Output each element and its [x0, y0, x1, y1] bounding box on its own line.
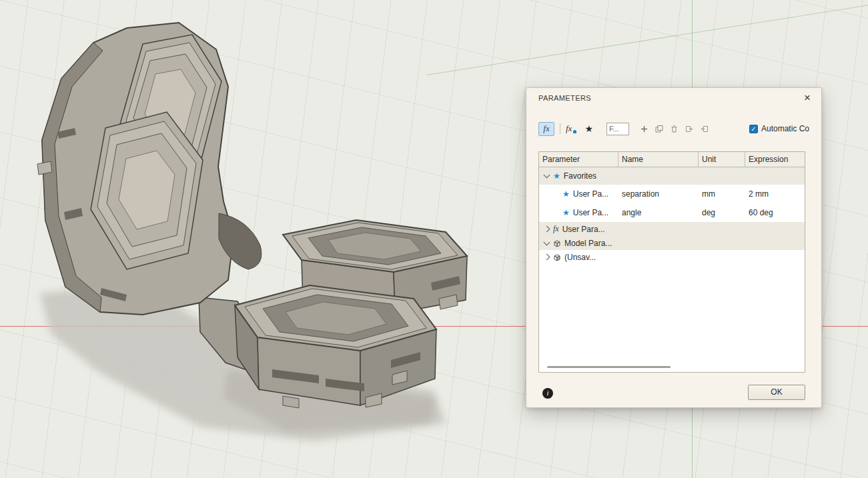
favorite-star-icon: ★: [562, 189, 570, 199]
add-parameter-icon[interactable]: [640, 125, 648, 133]
fusion-viewport[interactable]: PARAMETERS × fx fx ★: [0, 0, 868, 478]
favorite-star-icon: ★: [562, 208, 570, 217]
parameters-table: Parameter Name Unit Expression ★ Favorit…: [538, 151, 805, 373]
chevron-right-icon[interactable]: [544, 254, 550, 261]
row-label: User Pa...: [573, 208, 608, 217]
export-icon[interactable]: [685, 125, 694, 133]
row-label: Favorites: [564, 171, 596, 181]
import-icon[interactable]: [700, 125, 709, 133]
automatic-compute-checkbox[interactable]: ✓: [749, 125, 758, 133]
row-label: User Para...: [562, 225, 605, 234]
hex-tray-model: [0, 0, 507, 478]
toolbar-separator: [560, 123, 560, 134]
table-row-model-parameters[interactable]: Model Para...: [539, 236, 805, 250]
fx-glyph: fx: [566, 123, 572, 133]
table-row-unsaved[interactable]: (Unsav...: [539, 250, 805, 264]
param-name[interactable]: separation: [618, 189, 699, 199]
favorites-filter-icon[interactable]: ★: [584, 123, 593, 134]
info-icon[interactable]: i: [542, 388, 553, 399]
filter-input[interactable]: [606, 123, 629, 135]
duplicate-icon[interactable]: [655, 125, 664, 133]
param-expression[interactable]: 2 mm: [745, 189, 805, 199]
table-row-angle[interactable]: ★ User Pa... angle deg 60 deg: [539, 203, 805, 222]
column-unit[interactable]: Unit: [699, 152, 745, 167]
fx-icon: fx: [553, 224, 559, 234]
row-label: (Unsav...: [564, 253, 596, 262]
column-name[interactable]: Name: [618, 152, 699, 167]
3d-model[interactable]: [0, 0, 507, 478]
row-label: User Pa...: [573, 189, 608, 199]
param-unit: mm: [699, 189, 745, 199]
column-parameter[interactable]: Parameter: [539, 152, 618, 167]
user-parameter-tool[interactable]: fx: [566, 123, 576, 134]
dialog-title[interactable]: PARAMETERS: [538, 94, 591, 102]
row-label: Model Para...: [564, 239, 612, 248]
chevron-down-icon[interactable]: [544, 172, 550, 179]
chevron-right-icon[interactable]: [544, 226, 550, 233]
automatic-compute-label: Automatic Co: [761, 124, 809, 133]
parameters-toolbar: fx fx ★ ✓: [538, 120, 809, 137]
user-badge-icon: [573, 130, 576, 133]
column-expression[interactable]: Expression: [745, 152, 805, 167]
document-cube-icon: [553, 253, 561, 261]
table-header: Parameter Name Unit Expression: [539, 152, 805, 167]
param-name[interactable]: angle: [618, 208, 699, 217]
ok-button[interactable]: OK: [748, 385, 805, 400]
param-expression[interactable]: 60 deg: [745, 208, 805, 217]
table-row-user-parameters[interactable]: fx User Para...: [539, 222, 805, 236]
table-row-favorites[interactable]: ★ Favorites: [539, 167, 805, 185]
close-icon[interactable]: ×: [800, 91, 815, 105]
parameters-dialog: PARAMETERS × fx fx ★: [526, 87, 822, 408]
fx-parameter-tool[interactable]: fx: [538, 122, 554, 136]
param-unit: deg: [699, 208, 745, 217]
favorite-star-icon: ★: [553, 171, 560, 181]
delete-icon[interactable]: [670, 125, 679, 133]
model-cube-icon: [553, 239, 561, 247]
upright-tray: [37, 23, 262, 315]
table-row-separation[interactable]: ★ User Pa... separation mm 2 mm: [539, 185, 805, 203]
chevron-down-icon[interactable]: [544, 239, 550, 245]
horizontal-scrollbar-thumb[interactable]: [547, 366, 671, 368]
